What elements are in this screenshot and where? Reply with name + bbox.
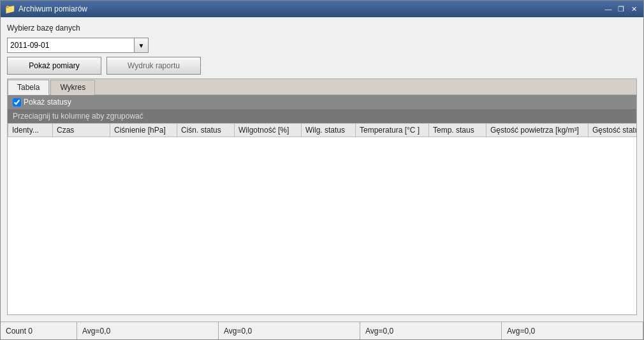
table-container: Pokaż statusy Przeciagnij tu kolumnę aby…	[8, 95, 636, 314]
app-icon: 📁	[4, 4, 15, 14]
show-status-checkbox[interactable]	[13, 98, 21, 107]
button-row: Pokaż pomiary Wydruk raportu	[7, 57, 637, 75]
content-area: Wybierz bazę danych 2011-09-01 ▼ Pokaż p…	[1, 17, 643, 322]
col-header-gestosc-status[interactable]: Gęstość status	[589, 124, 637, 137]
col-header-czas[interactable]: Czas	[53, 124, 110, 137]
titlebar: 📁 Archiwum pomiarów — ❐ ✕	[1, 1, 643, 17]
tab-wykres[interactable]: Wykres	[50, 80, 95, 95]
col-header-wilg-status[interactable]: Wilg. status	[302, 124, 356, 137]
restore-button[interactable]: ❐	[615, 3, 627, 15]
col-header-temperatura[interactable]: Temperatura [°C ]	[356, 124, 429, 137]
col-header-id[interactable]: Identy...	[8, 124, 53, 137]
data-table: Identy... Czas Ciśnienie [hPa] Ciśn. sta…	[8, 123, 636, 137]
col-header-cisn-status[interactable]: Ciśn. status	[177, 124, 235, 137]
status-bar: Count 0 Avg=0,0 Avg=0,0 Avg=0,0 Avg=0,0	[1, 322, 643, 339]
show-status-toolbar: Pokaż statusy	[8, 95, 636, 109]
table-header-row: Identy... Czas Ciśnienie [hPa] Ciśn. sta…	[8, 124, 637, 137]
titlebar-controls: — ❐ ✕	[603, 3, 640, 15]
col-header-temp-staus[interactable]: Temp. staus	[429, 124, 487, 137]
tabs-bar: Tabela Wykres	[8, 79, 636, 95]
status-avg2: Avg=0,0	[219, 322, 360, 339]
status-avg3: Avg=0,0	[360, 322, 502, 339]
show-status-label[interactable]: Pokaż statusy	[13, 98, 71, 107]
print-report-button[interactable]: Wydruk raportu	[106, 57, 201, 75]
show-measurements-button[interactable]: Pokaż pomiary	[7, 57, 101, 75]
col-header-cisnienie[interactable]: Ciśnienie [hPa]	[110, 124, 177, 137]
col-header-gestosc[interactable]: Gęstość powietrza [kg/m³]	[487, 124, 589, 137]
group-hint-bar: Przeciagnij tu kolumnę aby zgrupować	[8, 109, 636, 123]
db-selector-label: Wybierz bazę danych	[7, 24, 637, 33]
titlebar-title: Archiwum pomiarów	[18, 4, 87, 13]
db-selector-row: 2011-09-01 ▼	[7, 38, 637, 53]
status-count: Count 0	[1, 322, 77, 339]
status-avg4: Avg=0,0	[502, 322, 643, 339]
tab-tabela[interactable]: Tabela	[8, 80, 49, 95]
minimize-button[interactable]: —	[603, 3, 614, 15]
db-select[interactable]: 2011-09-01	[7, 38, 135, 53]
close-button[interactable]: ✕	[628, 3, 640, 15]
main-window: 📁 Archiwum pomiarów — ❐ ✕ Wybierz bazę d…	[0, 0, 644, 340]
dropdown-arrow-button[interactable]: ▼	[135, 38, 149, 53]
titlebar-left: 📁 Archiwum pomiarów	[4, 4, 87, 14]
col-header-wilgotnosc[interactable]: Wilgotność [%]	[235, 124, 302, 137]
status-avg1: Avg=0,0	[77, 322, 219, 339]
table-scroll[interactable]: Identy... Czas Ciśnienie [hPa] Ciśn. sta…	[8, 123, 636, 314]
tabs-container: Tabela Wykres Pokaż statusy Przeciagnij …	[7, 78, 637, 315]
